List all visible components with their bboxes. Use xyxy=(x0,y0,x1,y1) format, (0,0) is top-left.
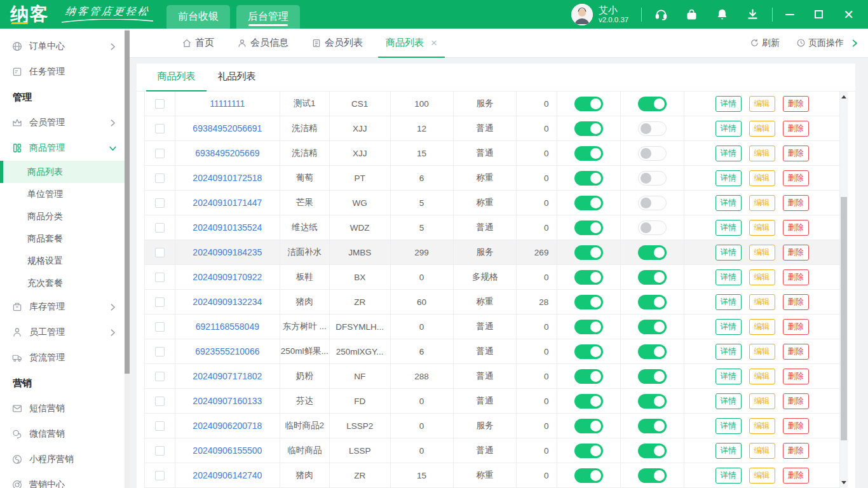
tab-product-list-inner[interactable]: 商品列表 xyxy=(146,63,207,91)
sidebar-item-product-package[interactable]: 商品套餐 xyxy=(0,227,125,250)
delete-button[interactable]: 删除 xyxy=(783,344,809,360)
backend-manage-button[interactable]: 后台管理 xyxy=(236,5,300,29)
edit-button[interactable]: 编辑 xyxy=(749,195,775,211)
delete-button[interactable]: 删除 xyxy=(783,146,809,161)
detail-button[interactable]: 详情 xyxy=(715,468,742,484)
sidebar-item-task-manage[interactable]: 任务管理 xyxy=(0,59,125,85)
row-checkbox[interactable] xyxy=(155,446,165,456)
display-status-toggle[interactable] xyxy=(638,245,667,260)
detail-button[interactable]: 详情 xyxy=(715,170,742,186)
sidebar-item-staff-manage[interactable]: 员工管理 xyxy=(0,320,125,345)
row-checkbox[interactable] xyxy=(155,421,165,431)
scroll-up-arrow[interactable] xyxy=(840,93,848,101)
sidebar-item-recharge-package[interactable]: 充次套餐 xyxy=(0,272,125,294)
product-code-link[interactable]: 6938495205669 xyxy=(195,148,259,158)
edit-button[interactable]: 编辑 xyxy=(749,220,775,236)
minimize-button[interactable] xyxy=(785,14,794,15)
sale-status-toggle[interactable] xyxy=(574,146,603,161)
headset-icon[interactable] xyxy=(654,8,668,21)
delete-button[interactable]: 删除 xyxy=(783,319,809,335)
detail-button[interactable]: 详情 xyxy=(715,146,742,161)
sale-status-toggle[interactable] xyxy=(574,196,603,210)
edit-button[interactable]: 编辑 xyxy=(749,170,775,186)
product-code-link[interactable]: 20240906200718 xyxy=(193,421,262,431)
table-scrollbar-thumb[interactable] xyxy=(841,197,847,440)
sidebar-item-miniapp-marketing[interactable]: 小程序营销 xyxy=(0,447,125,472)
detail-button[interactable]: 详情 xyxy=(715,344,742,360)
avatar[interactable] xyxy=(571,4,593,25)
row-checkbox[interactable] xyxy=(155,198,165,208)
sale-status-toggle[interactable] xyxy=(574,468,603,483)
product-code-link[interactable]: 20240910172518 xyxy=(193,173,262,183)
detail-button[interactable]: 详情 xyxy=(715,294,742,310)
edit-button[interactable]: 编辑 xyxy=(749,245,775,261)
delete-button[interactable]: 删除 xyxy=(783,245,809,261)
display-status-toggle[interactable] xyxy=(638,220,667,235)
edit-button[interactable]: 编辑 xyxy=(749,393,775,409)
product-code-link[interactable]: 20240910171447 xyxy=(193,198,262,208)
detail-button[interactable]: 详情 xyxy=(715,96,742,112)
sidebar-item-marketing-center[interactable]: 营销中心 xyxy=(0,472,125,488)
sidebar-item-spec-setting[interactable]: 规格设置 xyxy=(0,250,125,272)
chevron-right-icon[interactable] xyxy=(850,39,859,48)
refresh-button[interactable]: 刷新 xyxy=(750,37,780,49)
sidebar-item-wechat-marketing[interactable]: 微信营销 xyxy=(0,421,125,447)
row-checkbox[interactable] xyxy=(155,396,165,406)
display-status-toggle[interactable] xyxy=(638,320,667,334)
delete-button[interactable]: 删除 xyxy=(783,195,809,211)
sale-status-toggle[interactable] xyxy=(574,394,603,409)
display-status-toggle[interactable] xyxy=(638,121,667,136)
row-checkbox[interactable] xyxy=(155,347,165,356)
sidebar-item-order-center[interactable]: 订单中心 xyxy=(0,34,125,59)
edit-button[interactable]: 编辑 xyxy=(749,344,775,360)
detail-button[interactable]: 详情 xyxy=(715,443,742,459)
lock-icon[interactable] xyxy=(685,8,698,21)
sale-status-toggle[interactable] xyxy=(574,121,603,136)
delete-button[interactable]: 删除 xyxy=(783,443,809,459)
tab-member-list[interactable]: 会员列表 xyxy=(300,29,374,58)
display-status-toggle[interactable] xyxy=(638,468,667,483)
detail-button[interactable]: 详情 xyxy=(715,269,742,285)
display-status-toggle[interactable] xyxy=(638,394,667,409)
row-checkbox[interactable] xyxy=(155,471,165,480)
display-status-toggle[interactable] xyxy=(638,270,667,285)
edit-button[interactable]: 编辑 xyxy=(749,121,775,137)
product-code-link[interactable]: 20240906155500 xyxy=(193,445,262,456)
delete-button[interactable]: 删除 xyxy=(783,294,809,310)
sale-status-toggle[interactable] xyxy=(574,171,603,186)
sidebar-item-product-category[interactable]: 商品分类 xyxy=(0,205,125,227)
sidebar-item-sms-marketing[interactable]: 短信营销 xyxy=(0,396,125,421)
delete-button[interactable]: 删除 xyxy=(783,121,809,137)
sidebar-scrollbar[interactable] xyxy=(125,29,130,488)
edit-button[interactable]: 编辑 xyxy=(749,96,775,112)
tab-gift-list-inner[interactable]: 礼品列表 xyxy=(207,63,267,91)
display-status-toggle[interactable] xyxy=(638,344,667,359)
delete-button[interactable]: 删除 xyxy=(783,418,809,434)
display-status-toggle[interactable] xyxy=(638,369,667,384)
sale-status-toggle[interactable] xyxy=(574,97,603,111)
row-checkbox[interactable] xyxy=(155,173,165,183)
front-cashier-button[interactable]: 前台收银 xyxy=(166,5,230,29)
display-status-toggle[interactable] xyxy=(638,419,667,433)
scroll-down-arrow[interactable] xyxy=(840,478,848,487)
display-status-toggle[interactable] xyxy=(638,196,667,210)
display-status-toggle[interactable] xyxy=(638,97,667,111)
product-code-link[interactable]: 20240907171802 xyxy=(193,371,262,381)
sidebar-item-logistics-manage[interactable]: 货流管理 xyxy=(0,345,125,370)
detail-button[interactable]: 详情 xyxy=(715,121,742,137)
product-code-link[interactable]: 69384952056691 xyxy=(193,123,262,133)
close-icon[interactable]: × xyxy=(431,37,437,50)
tab-member-info[interactable]: 会员信息 xyxy=(226,29,300,58)
tab-product-list[interactable]: 商品列表 × xyxy=(374,29,449,58)
edit-button[interactable]: 编辑 xyxy=(749,269,775,285)
delete-button[interactable]: 删除 xyxy=(783,369,809,384)
detail-button[interactable]: 详情 xyxy=(715,418,742,434)
tab-home[interactable]: 首页 xyxy=(170,29,226,58)
row-checkbox[interactable] xyxy=(155,322,165,332)
delete-button[interactable]: 删除 xyxy=(783,269,809,285)
row-checkbox[interactable] xyxy=(155,99,165,109)
row-checkbox[interactable] xyxy=(155,273,165,282)
sidebar-item-product-list[interactable]: 商品列表 xyxy=(0,161,125,183)
product-code-link[interactable]: 20240906142740 xyxy=(193,470,262,480)
product-code-link[interactable]: 20240910135524 xyxy=(193,222,262,233)
